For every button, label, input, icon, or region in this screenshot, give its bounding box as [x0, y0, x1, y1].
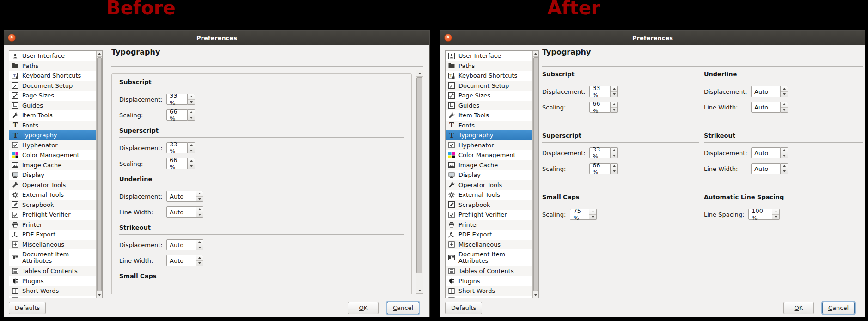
sidebar-item-miscellaneous[interactable]: Miscellaneous [446, 240, 532, 250]
sidebar-item-guides[interactable]: Guides [446, 101, 532, 111]
spinbox-value[interactable]: 75 % [570, 209, 589, 220]
spinbox-value[interactable]: 33 % [166, 94, 188, 105]
sidebar-item-keyboard-shortcuts[interactable]: TKeyboard Shortcuts [9, 71, 96, 81]
sidebar-item-display[interactable]: Display [446, 170, 532, 180]
spin-down-button[interactable] [196, 197, 203, 202]
spinbox-value[interactable]: 33 % [589, 147, 611, 158]
sidebar-item-external-tools[interactable]: External Tools [446, 190, 532, 200]
scroll-down-button[interactable] [416, 287, 423, 293]
sidebar-item-item-tools[interactable]: Item Tools [9, 110, 96, 121]
spin-up-button[interactable] [781, 164, 788, 169]
sidebar-item-printer[interactable]: Printer [446, 220, 532, 230]
spinbox-displacement[interactable]: 33 % [589, 86, 618, 97]
scroll-down-button[interactable] [97, 292, 102, 298]
spin-up-button[interactable] [781, 102, 788, 108]
spin-up-button[interactable] [589, 209, 596, 215]
spin-down-button[interactable] [611, 92, 617, 97]
scroll-up-button[interactable] [533, 51, 538, 57]
spin-down-button[interactable] [611, 108, 617, 113]
sidebar-item-user-interface[interactable]: User Interface [9, 51, 96, 61]
spinbox-value[interactable]: 66 % [589, 163, 611, 174]
spin-down-button[interactable] [589, 215, 596, 220]
sidebar-item-typography[interactable]: TTypography [446, 130, 532, 140]
scroll-up-button[interactable] [97, 51, 102, 57]
sidebar-item-pdf-export[interactable]: PDF Export [9, 230, 96, 240]
sidebar-item-pdf-export[interactable]: PDF Export [446, 230, 532, 240]
spin-up-button[interactable] [781, 86, 788, 92]
sidebar-item-typography[interactable]: TTypography [9, 130, 96, 140]
sidebar-item-fonts[interactable]: TFonts [446, 121, 532, 131]
spin-down-button[interactable] [781, 169, 788, 174]
sidebar-item-scrapbook[interactable]: Scrapbook [9, 200, 96, 210]
sidebar-item-document-item-attributes[interactable]: Document Item Attributes [446, 249, 532, 266]
sidebar-item-document-setup[interactable]: Document Setup [446, 81, 532, 91]
defaults-button[interactable]: Defaults [445, 302, 482, 314]
close-button[interactable]: ✕ [8, 34, 16, 42]
sidebar-item-hyphenator[interactable]: Hyphenator [9, 140, 96, 151]
sidebar-item-plugins[interactable]: Plugins [9, 276, 96, 286]
spinbox-value[interactable]: Auto [751, 147, 781, 158]
spinbox-displacement[interactable]: 33 % [166, 94, 195, 105]
sidebar-item-scripter[interactable]: Scripter [446, 296, 532, 298]
spin-up-button[interactable] [611, 148, 617, 153]
spin-down-button[interactable] [781, 108, 788, 113]
spinbox-line-width[interactable]: Auto [166, 255, 203, 266]
spinbox-value[interactable]: 33 % [166, 142, 188, 153]
sidebar-item-document-setup[interactable]: Document Setup [9, 81, 96, 91]
sidebar-item-external-tools[interactable]: External Tools [9, 190, 96, 200]
scrollbar-thumb[interactable] [533, 57, 538, 291]
sidebar-scrollbar[interactable] [96, 51, 102, 298]
sidebar-item-document-item-attributes[interactable]: Document Item Attributes [9, 249, 96, 266]
close-button[interactable]: ✕ [444, 34, 452, 42]
sidebar-item-miscellaneous[interactable]: Miscellaneous [9, 240, 96, 250]
sidebar-item-plugins[interactable]: Plugins [446, 276, 532, 286]
spinbox-value[interactable]: Auto [751, 163, 781, 174]
spin-down-button[interactable] [781, 153, 788, 158]
ok-button[interactable]: OK [348, 302, 379, 314]
scroll-up-button[interactable] [416, 70, 423, 77]
spin-down-button[interactable] [611, 153, 617, 158]
sidebar-item-image-cache[interactable]: Image Cache [9, 160, 96, 170]
spinbox-value[interactable]: 66 % [589, 102, 611, 113]
sidebar-item-scripter[interactable]: Scripter [9, 296, 96, 298]
spinbox-value[interactable]: Auto [166, 239, 196, 250]
spin-down-button[interactable] [188, 100, 195, 105]
spinbox-value[interactable]: Auto [751, 102, 781, 113]
cancel-button[interactable]: Cancel [822, 302, 855, 314]
spin-down-button[interactable] [196, 261, 203, 266]
spinbox-displacement[interactable]: 33 % [589, 147, 618, 158]
spinbox-displacement[interactable]: Auto [166, 239, 203, 250]
spinbox-displacement[interactable]: Auto [166, 191, 203, 202]
spinbox-line-width[interactable]: Auto [751, 163, 788, 174]
spinbox-value[interactable]: Auto [751, 86, 781, 97]
scrollbar-thumb[interactable] [416, 77, 422, 273]
spin-up-button[interactable] [196, 191, 203, 197]
ok-button[interactable]: OK [783, 302, 814, 314]
spinbox-value[interactable]: 100 % [748, 209, 772, 220]
spin-up-button[interactable] [188, 110, 195, 115]
spin-up-button[interactable] [781, 148, 788, 153]
sidebar-item-user-interface[interactable]: User Interface [446, 51, 532, 61]
spinbox-scaling[interactable]: 66 % [589, 102, 618, 113]
spinbox-displacement[interactable]: Auto [751, 86, 788, 97]
sidebar-item-fonts[interactable]: TFonts [9, 121, 96, 131]
spin-up-button[interactable] [188, 143, 195, 148]
spin-down-button[interactable] [188, 148, 195, 153]
sidebar-item-operator-tools[interactable]: Operator Tools [9, 180, 96, 190]
sidebar-item-keyboard-shortcuts[interactable]: TKeyboard Shortcuts [446, 71, 532, 81]
sidebar-item-color-management[interactable]: Color Management [446, 150, 532, 160]
spin-up-button[interactable] [196, 207, 203, 212]
panel-scrollbar[interactable] [416, 70, 423, 294]
spinbox-displacement[interactable]: 33 % [166, 142, 195, 153]
sidebar-item-short-words[interactable]: Short Words [9, 286, 96, 296]
spin-down-button[interactable] [196, 212, 203, 218]
spin-down-button[interactable] [196, 245, 203, 250]
spinbox-scaling[interactable]: 66 % [589, 163, 618, 174]
spin-up-button[interactable] [188, 94, 195, 100]
sidebar-scrollbar[interactable] [532, 51, 538, 298]
scroll-down-button[interactable] [533, 292, 538, 298]
sidebar-item-tables-of-contents[interactable]: Tables of Contents [9, 266, 96, 276]
spin-down-button[interactable] [188, 115, 195, 121]
sidebar-item-guides[interactable]: Guides [9, 101, 96, 111]
sidebar-item-page-sizes[interactable]: Page Sizes [446, 91, 532, 101]
